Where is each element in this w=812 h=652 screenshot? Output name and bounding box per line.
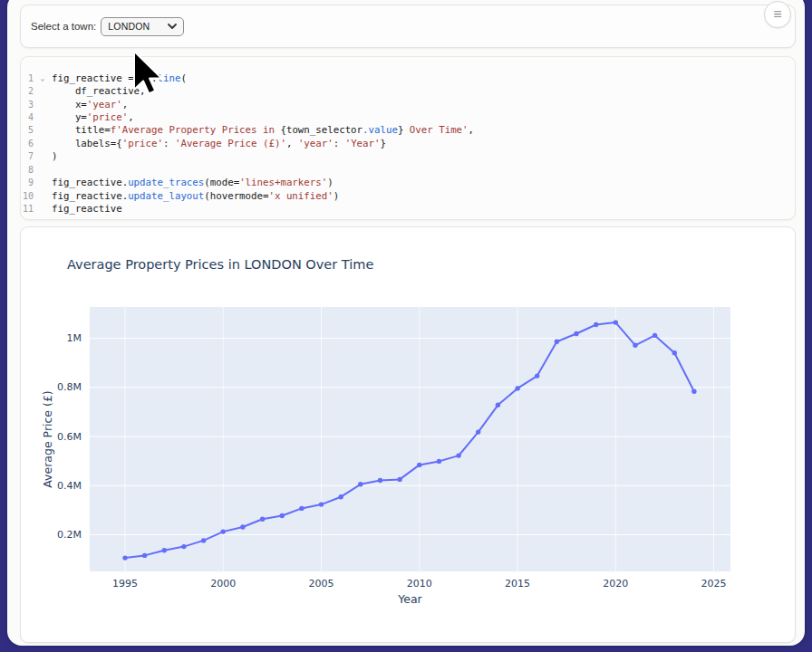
chart-marker — [162, 548, 167, 552]
line-number: 5 — [21, 125, 34, 135]
code-line: 6 labels={'price': 'Average Price (£)', … — [21, 137, 795, 149]
x-tick-label: 2005 — [309, 578, 334, 590]
code-text: fig_reactive — [52, 203, 122, 215]
chart-marker — [397, 477, 401, 482]
chart-marker — [260, 517, 265, 522]
code-text: y='price', — [52, 111, 134, 123]
line-chart[interactable]: 19952000200520102015202020250.2M0.4M0.6M… — [21, 227, 797, 617]
line-number: 8 — [21, 165, 34, 175]
chart-output-cell: Average Property Prices in LONDON Over T… — [20, 226, 796, 643]
line-number: 10 — [21, 191, 34, 201]
line-number: 1 — [21, 73, 34, 83]
code-text: fig_reactive = px.line( — [52, 72, 187, 84]
town-dropdown[interactable]: LONDON — [101, 17, 184, 36]
town-dropdown-value: LONDON — [108, 21, 150, 32]
code-line: 5 title=f'Average Property Prices in {to… — [21, 124, 795, 137]
code-line: 10fig_reactive.update_layout(hovermode='… — [21, 189, 795, 202]
chart-marker — [614, 320, 618, 324]
code-text: x='year', — [52, 99, 128, 110]
code-line: 2 df_reactive, — [21, 84, 795, 97]
x-tick-label: 2015 — [505, 578, 530, 590]
code-lines: 1⌄fig_reactive = px.line(2 df_reactive,3… — [21, 72, 795, 216]
code-text: df_reactive, — [52, 85, 146, 97]
chart-marker — [280, 513, 285, 518]
chart-marker — [240, 524, 245, 529]
chevron-down-icon — [168, 24, 177, 29]
code-line: 1⌄fig_reactive = px.line( — [21, 72, 795, 84]
chart-marker — [456, 453, 460, 457]
chart-marker — [594, 322, 598, 327]
town-selector-widget: Select a town: LONDON — [20, 5, 796, 48]
chart-marker — [299, 506, 304, 511]
line-number: 6 — [21, 139, 34, 149]
line-number: 4 — [21, 112, 34, 122]
code-text: ) — [52, 150, 57, 162]
y-tick-label: 1M — [67, 332, 82, 344]
code-text: fig_reactive.update_layout(hovermode='x … — [52, 190, 339, 202]
chart-marker — [378, 478, 382, 483]
chart-marker — [691, 389, 696, 394]
x-tick-label: 2025 — [701, 578, 727, 590]
app-stage: Select a town: LONDON ≡ 1⌄fig_reactive =… — [0, 0, 812, 652]
chart-marker — [122, 555, 127, 560]
code-line: 9fig_reactive.update_traces(mode='lines+… — [21, 177, 795, 189]
code-line: 8 — [21, 163, 795, 176]
code-editor[interactable]: 1⌄fig_reactive = px.line(2 df_reactive,3… — [20, 56, 796, 220]
x-tick-label: 2000 — [210, 578, 236, 590]
chart-marker — [339, 494, 343, 499]
chart-marker — [221, 529, 226, 533]
y-tick-label: 0.2M — [57, 529, 82, 541]
chart-marker — [574, 331, 578, 336]
line-number: 9 — [21, 177, 34, 187]
chart-marker — [633, 343, 637, 348]
y-tick-label: 0.8M — [57, 381, 82, 393]
chart-marker — [496, 403, 500, 408]
chart-marker — [515, 386, 519, 390]
line-number: 3 — [21, 100, 34, 110]
town-selector-label: Select a town: — [31, 21, 96, 32]
code-text: labels={'price': 'Average Price (£)', 'y… — [52, 138, 386, 149]
chart-marker — [535, 373, 539, 378]
chart-marker — [672, 350, 677, 355]
code-line: 11fig_reactive — [21, 202, 795, 215]
chart-marker — [437, 459, 441, 464]
y-tick-label: 0.6M — [57, 431, 82, 443]
chart-marker — [319, 502, 324, 506]
code-line: 4 y='price', — [21, 110, 795, 123]
line-number: 2 — [21, 86, 34, 96]
code-line: 3 x='year', — [21, 98, 795, 110]
chart-marker — [358, 482, 362, 486]
chart-marker — [555, 340, 559, 344]
chart-marker — [142, 553, 147, 558]
code-text: title=f'Average Property Prices in {town… — [52, 124, 474, 136]
code-line: 7) — [21, 150, 795, 163]
line-number: 7 — [21, 151, 34, 161]
x-tick-label: 1995 — [112, 578, 138, 590]
menu-button[interactable]: ≡ — [764, 1, 791, 28]
chart-marker — [417, 463, 421, 467]
line-number: 11 — [21, 204, 34, 214]
chart-marker — [652, 333, 657, 338]
chart-marker — [181, 544, 186, 549]
fold-arrow-icon[interactable]: ⌄ — [34, 74, 52, 82]
y-tick-label: 0.4M — [57, 480, 82, 492]
x-tick-label: 2020 — [603, 578, 628, 590]
chart-marker — [476, 429, 480, 434]
hamburger-icon: ≡ — [773, 7, 781, 22]
chart-marker — [201, 538, 206, 542]
x-tick-label: 2010 — [407, 578, 432, 590]
code-text: fig_reactive.update_traces(mode='lines+m… — [52, 177, 334, 188]
